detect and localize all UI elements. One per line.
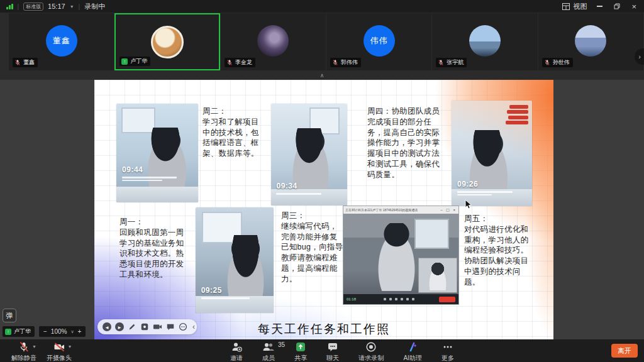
video-call-pip: [418, 258, 457, 293]
network-signal-icon: [6, 4, 13, 9]
participant-name: 孙世伟: [553, 58, 570, 67]
participant-nameplate: 张宇航: [436, 58, 467, 67]
invite-person-icon: [231, 341, 242, 353]
shared-slide: 09:44 周二： 学习和了解项目中的技术栈，包括编程语言、框架、数据库等。 0…: [94, 80, 553, 339]
task-wednesday: 周三： 继续编写代码，完善功能并修复已知bug，向指导教师请教编程难题，提高编程…: [281, 211, 344, 284]
mic-muted-icon: [332, 59, 338, 66]
participant-tile[interactable]: 张宇航: [432, 13, 537, 70]
work-photo-a: 09:44: [116, 104, 198, 202]
video-call-titlebar: 正在和计科升本221卢丁华 18746264510的视频通话 – ▢ ×: [343, 206, 458, 214]
participant-name: 张宇航: [447, 58, 464, 67]
toolbar-center-group: 邀请 35 成员: [230, 341, 454, 362]
video-call-screenshot: 正在和计科升本221卢丁华 18746264510的视频通话 – ▢ × 01:…: [343, 206, 459, 305]
task-thursday: 周四：协助团队成员完成项目的部分任务，提高自己的实际操作能力，学习并掌握项目中的…: [367, 106, 441, 180]
next-page-button[interactable]: ▶: [115, 322, 124, 331]
presenter-label: ↑ 卢丁华: [3, 326, 35, 337]
pencil-icon[interactable]: [128, 322, 136, 331]
meeting-window: | 标准版 15:17 ▼ | 录制中 视图: [0, 0, 644, 362]
participant-name: 李金龙: [235, 58, 252, 67]
more-button[interactable]: 更多: [441, 341, 454, 362]
zoom-dropdown-icon[interactable]: ∨: [70, 329, 74, 334]
screen-share-icon: ↑: [121, 58, 128, 65]
members-icon: [262, 341, 275, 353]
more-dots-icon: [442, 341, 453, 353]
participant-nameplate: 董鑫: [13, 58, 38, 67]
mic-muted-icon: [438, 59, 444, 66]
camera-muted-icon: [53, 341, 65, 353]
photo-timestamp: 09:44: [122, 165, 143, 174]
layout-grid-icon: [562, 3, 570, 10]
avatar: 伟伟: [364, 25, 395, 57]
request-record-button[interactable]: 请求录制: [358, 341, 384, 362]
leave-meeting-button[interactable]: 离开: [611, 344, 638, 358]
annotation-toolbar: ◀ ▶ ‹: [97, 319, 197, 334]
task-friday: 周五： 对代码进行优化和重构，学习他人的编程经验和技巧。协助团队解决项目中遇到的…: [464, 214, 533, 287]
danmaku-toggle-button[interactable]: 弹: [3, 309, 16, 322]
photo-watermark-caption: [276, 193, 326, 195]
mic-muted-icon: [544, 59, 550, 66]
work-photo-c: 09:26: [452, 101, 532, 206]
edition-badge: 标准版: [23, 3, 43, 11]
avatar: [151, 26, 184, 58]
invite-button[interactable]: 邀请: [230, 341, 243, 362]
view-button[interactable]: 视图: [562, 2, 587, 11]
screen-share-icon: ↑: [5, 329, 11, 335]
mic-muted-icon: [18, 341, 30, 353]
members-count-badge: 35: [278, 341, 285, 348]
zoom-control: − 100% ∨ +: [39, 326, 86, 337]
time-dropdown-icon[interactable]: ▼: [70, 4, 74, 9]
record-icon: [365, 341, 377, 353]
comment-icon[interactable]: [166, 322, 175, 331]
titlebar: | 标准版 15:17 ▼ | 录制中 视图: [0, 0, 644, 13]
participant-nameplate: 李金龙: [225, 58, 255, 67]
zoom-level[interactable]: 100%: [51, 328, 67, 335]
participant-tile[interactable]: 董鑫 董鑫: [9, 13, 114, 70]
camera-on-button[interactable]: ▼ 开摄像头: [39, 341, 79, 362]
task-monday: 周一： 回顾和巩固第一周学习的基础业务知识和技术文档。熟悉项目使用的开发工具和环…: [119, 217, 187, 280]
zoom-out-button[interactable]: −: [43, 328, 47, 335]
participant-tile[interactable]: 孙世伟: [538, 13, 643, 70]
shared-screen-stage: 09:44 周二： 学习和了解项目中的技术栈，包括编程语言、框架、数据库等。 0…: [0, 80, 644, 339]
participant-nameplate: 郭伟伟: [330, 58, 361, 67]
camera-options-caret[interactable]: ▼: [68, 344, 72, 349]
mouse-cursor: [465, 199, 473, 210]
call-timer: 01:18: [347, 297, 356, 301]
strip-collapse-chevron[interactable]: ∧: [0, 71, 644, 80]
prev-page-button[interactable]: ◀: [103, 322, 111, 331]
participant-tile[interactable]: 李金龙: [221, 13, 326, 70]
unmute-button[interactable]: ▼ 解除静音: [4, 341, 44, 362]
video-call-window-controls: – ▢ ×: [440, 206, 457, 214]
work-photo-d: 09:25: [196, 207, 274, 313]
avatar: 董鑫: [46, 25, 77, 57]
ai-assistant-button[interactable]: AI助理: [403, 341, 421, 362]
zoom-in-button[interactable]: +: [78, 328, 82, 335]
photo-timestamp: 09:34: [276, 182, 297, 190]
toolbar-collapse-chevron[interactable]: ‹: [192, 323, 195, 331]
share-screen-button[interactable]: 共享: [294, 341, 307, 362]
avatar: [257, 25, 289, 57]
more-tools-icon[interactable]: [179, 322, 187, 331]
hang-up-button: [439, 297, 455, 302]
recording-status: 录制中: [84, 2, 105, 11]
restore-button[interactable]: [614, 3, 620, 9]
participant-tile-sharing[interactable]: ↑ 卢丁华: [114, 13, 219, 70]
photo-timestamp: 09:26: [457, 180, 478, 189]
camera-icon[interactable]: [153, 322, 162, 331]
ai-assistant-icon: [407, 341, 418, 353]
participant-tile[interactable]: 伟伟 郭伟伟: [326, 13, 431, 70]
chat-button[interactable]: 聊天: [326, 341, 339, 362]
photo-timestamp: 09:25: [201, 286, 222, 295]
participant-nameplate: 孙世伟: [542, 58, 573, 67]
photo-watermark-caption: [457, 191, 515, 195]
mic-muted-icon: [226, 59, 233, 66]
photo-watermark-caption: [201, 297, 254, 299]
participant-name: 卢丁华: [130, 57, 147, 65]
close-button[interactable]: ×: [631, 2, 636, 11]
laser-frame-icon[interactable]: [140, 322, 149, 331]
minimize-button[interactable]: [597, 6, 602, 7]
members-button[interactable]: 35 成员: [262, 341, 275, 362]
mic-options-caret[interactable]: ▼: [32, 344, 36, 349]
work-photo-b: 09:34: [271, 104, 347, 206]
chat-bubble-icon: [327, 341, 338, 353]
video-call-toolbar: 01:18: [343, 294, 458, 304]
